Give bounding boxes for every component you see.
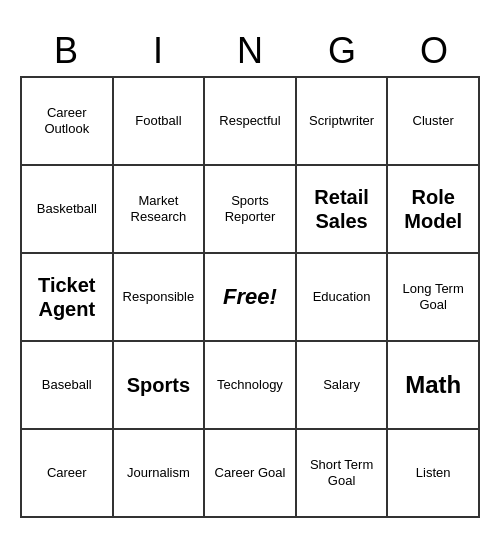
bingo-cell: Career Outlook	[22, 78, 114, 166]
bingo-cell: Salary	[297, 342, 389, 430]
bingo-cell: Listen	[388, 430, 480, 518]
bingo-cell: Scriptwriter	[297, 78, 389, 166]
bingo-cell: Retail Sales	[297, 166, 389, 254]
bingo-cell: Role Model	[388, 166, 480, 254]
bingo-cell: Technology	[205, 342, 297, 430]
bingo-cell: Short Term Goal	[297, 430, 389, 518]
bingo-cell: Math	[388, 342, 480, 430]
bingo-grid: Career OutlookFootballRespectfulScriptwr…	[20, 76, 480, 518]
bingo-cell: Long Term Goal	[388, 254, 480, 342]
bingo-header-letter: I	[112, 26, 204, 76]
bingo-header-letter: G	[296, 26, 388, 76]
bingo-cell: Career Goal	[205, 430, 297, 518]
bingo-cell: Free!	[205, 254, 297, 342]
bingo-cell: Ticket Agent	[22, 254, 114, 342]
bingo-card: BINGO Career OutlookFootballRespectfulSc…	[20, 26, 480, 518]
bingo-header: BINGO	[20, 26, 480, 76]
bingo-cell: Respectful	[205, 78, 297, 166]
bingo-cell: Sports Reporter	[205, 166, 297, 254]
bingo-header-letter: O	[388, 26, 480, 76]
bingo-cell: Responsible	[114, 254, 206, 342]
bingo-header-letter: N	[204, 26, 296, 76]
bingo-cell: Journalism	[114, 430, 206, 518]
bingo-cell: Sports	[114, 342, 206, 430]
bingo-cell: Football	[114, 78, 206, 166]
bingo-cell: Baseball	[22, 342, 114, 430]
bingo-header-letter: B	[20, 26, 112, 76]
bingo-cell: Education	[297, 254, 389, 342]
bingo-cell: Market Research	[114, 166, 206, 254]
bingo-cell: Career	[22, 430, 114, 518]
bingo-cell: Cluster	[388, 78, 480, 166]
bingo-cell: Basketball	[22, 166, 114, 254]
